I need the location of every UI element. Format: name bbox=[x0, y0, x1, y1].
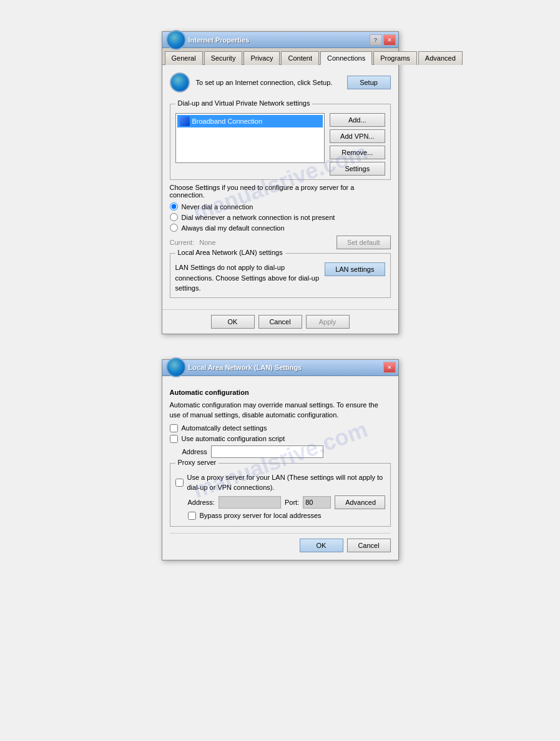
setup-text: To set up an Internet connection, click … bbox=[196, 79, 341, 86]
add-button[interactable]: Add... bbox=[330, 113, 385, 127]
set-default-button[interactable]: Set default bbox=[336, 236, 391, 249]
auto-script-checkbox[interactable]: Use automatic configuration script bbox=[170, 435, 391, 443]
add-vpn-button[interactable]: Add VPN... bbox=[330, 129, 385, 143]
dialup-section: Dial-up and Virtual Private Network sett… bbox=[170, 104, 391, 180]
internet-properties-titlebar: Internet Properties ? ✕ bbox=[162, 32, 398, 48]
tab-bar: General Security Privacy Content Connect… bbox=[162, 48, 398, 65]
tab-advanced[interactable]: Advanced bbox=[418, 51, 463, 65]
internet-properties-window: Internet Properties ? ✕ General Security… bbox=[162, 31, 399, 334]
proxy-address-label: Address: bbox=[188, 499, 215, 506]
proxy-address-input[interactable] bbox=[219, 496, 281, 509]
choose-settings-text: Choose Settings if you need to configure… bbox=[170, 184, 391, 199]
lan-close-button[interactable]: ✕ bbox=[383, 362, 396, 373]
proxy-port-input[interactable]: 80 bbox=[303, 496, 331, 509]
auto-config-desc: Automatic configuration may override man… bbox=[170, 400, 391, 420]
dial-radio-group: Never dial a connection Dial whenever a … bbox=[170, 202, 391, 232]
internet-properties-icon bbox=[166, 30, 186, 50]
lan-settings-titlebar: Local Area Network (LAN) Settings ✕ bbox=[162, 360, 398, 376]
lan-settings-title: Local Area Network (LAN) Settings bbox=[189, 364, 302, 371]
lan-section: Local Area Network (LAN) settings LAN Se… bbox=[170, 253, 391, 298]
bottom-buttons: OK Cancel Apply bbox=[162, 309, 398, 334]
tab-privacy[interactable]: Privacy bbox=[243, 51, 280, 65]
current-label: Current: bbox=[170, 239, 195, 246]
setup-globe-icon bbox=[170, 72, 190, 92]
ok-button[interactable]: OK bbox=[211, 315, 255, 329]
setup-button[interactable]: Setup bbox=[347, 76, 391, 89]
radio-never[interactable]: Never dial a connection bbox=[170, 202, 391, 211]
help-button[interactable]: ? bbox=[370, 34, 382, 46]
cancel-button[interactable]: Cancel bbox=[258, 315, 302, 329]
proxy-section: Proxy server Use a proxy server for your… bbox=[170, 463, 391, 527]
auto-config-address-input[interactable] bbox=[211, 445, 323, 458]
lan-cancel-button[interactable]: Cancel bbox=[347, 539, 391, 552]
auto-detect-checkbox[interactable]: Automatcally detect settings bbox=[170, 424, 391, 432]
tab-connections[interactable]: Connections bbox=[320, 51, 372, 65]
connection-list[interactable]: Broadband Connection bbox=[175, 113, 325, 163]
network-icon bbox=[180, 116, 190, 126]
proxy-port-label: Port: bbox=[285, 499, 299, 506]
tab-content[interactable]: Content bbox=[281, 51, 319, 65]
proxy-enable-checkbox[interactable]: Use a proxy server for your LAN (These s… bbox=[175, 472, 385, 493]
lan-settings-button[interactable]: LAN settings bbox=[325, 262, 385, 276]
proxy-address-row: Address: Port: 80 Advanced bbox=[188, 495, 385, 509]
radio-always[interactable]: Always dial my default connection bbox=[170, 224, 391, 232]
tab-general[interactable]: General bbox=[165, 51, 203, 65]
address-label: Address bbox=[182, 448, 207, 455]
lan-settings-icon bbox=[166, 357, 186, 377]
remove-button[interactable]: Remove... bbox=[330, 146, 385, 159]
current-value: None bbox=[199, 239, 215, 246]
tab-security[interactable]: Security bbox=[204, 51, 243, 65]
lan-ok-button[interactable]: OK bbox=[300, 539, 343, 552]
connection-item[interactable]: Broadband Connection bbox=[177, 115, 323, 127]
lan-section-label: Local Area Network (LAN) settings bbox=[175, 249, 285, 256]
current-row: Current: None Set default bbox=[170, 236, 391, 249]
apply-button[interactable]: Apply bbox=[306, 315, 350, 329]
bypass-proxy-checkbox[interactable]: Bypass proxy server for local addresses bbox=[188, 512, 385, 520]
settings-button[interactable]: Settings bbox=[330, 162, 385, 176]
tab-programs[interactable]: Programs bbox=[373, 51, 417, 65]
internet-properties-title: Internet Properties bbox=[189, 36, 250, 44]
radio-whenever[interactable]: Dial whenever a network connection is no… bbox=[170, 213, 391, 221]
dialup-section-label: Dial-up and Virtual Private Network sett… bbox=[175, 99, 313, 107]
auto-config-address-row: Address bbox=[182, 445, 391, 458]
lan-desc: LAN Settings do not apply to dial-up con… bbox=[175, 262, 320, 294]
auto-config-title: Automatic configuration bbox=[170, 389, 391, 396]
close-button[interactable]: ✕ bbox=[383, 34, 396, 46]
advanced-button[interactable]: Advanced bbox=[335, 495, 385, 509]
lan-settings-window: Local Area Network (LAN) Settings ✕ Auto… bbox=[162, 359, 399, 560]
lan-dialog-buttons: OK Cancel bbox=[170, 533, 391, 552]
proxy-section-label: Proxy server bbox=[175, 459, 219, 466]
